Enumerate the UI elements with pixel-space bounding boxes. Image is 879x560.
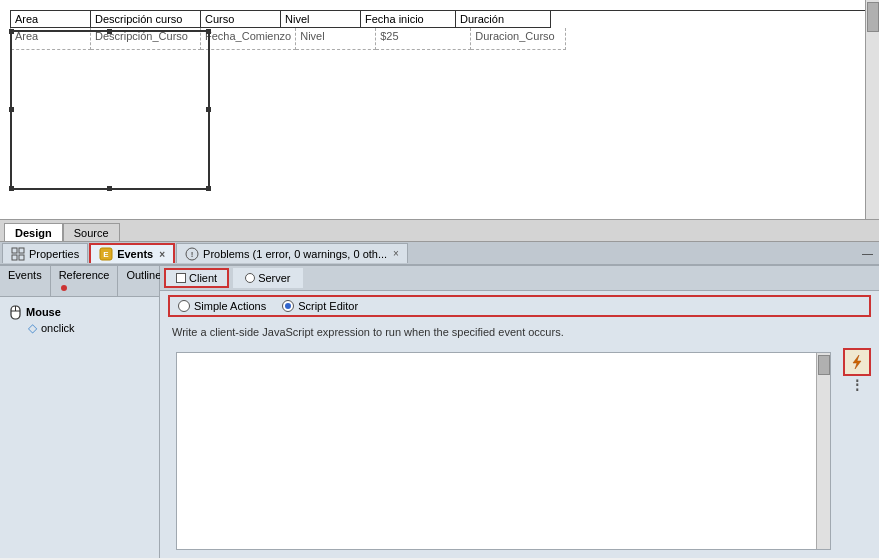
events-tree: Mouse ◇ onclick bbox=[0, 297, 159, 341]
svg-rect-0 bbox=[12, 248, 17, 253]
tab-problems-close[interactable]: × bbox=[393, 248, 399, 259]
radio-script-editor[interactable]: Script Editor bbox=[282, 300, 358, 312]
subtab-server-label: Server bbox=[258, 272, 290, 284]
tab-events[interactable]: E Events × bbox=[89, 243, 175, 263]
data-curso: Fecha_Comienzo bbox=[201, 28, 296, 50]
radio-simple-actions[interactable]: Simple Actions bbox=[178, 300, 266, 312]
subtab-client[interactable]: Client bbox=[164, 268, 229, 288]
toolbar-dots: ⋮ bbox=[850, 378, 864, 392]
radio-script-editor-label: Script Editor bbox=[298, 300, 358, 312]
tree-item-mouse[interactable]: Mouse bbox=[4, 303, 155, 321]
col-curso: Curso bbox=[201, 11, 281, 28]
table-data-row: Area Descripción_Curso Fecha_Comienzo Ni… bbox=[10, 28, 869, 50]
tab-events-close[interactable]: × bbox=[159, 249, 165, 260]
svg-rect-2 bbox=[12, 255, 17, 260]
right-content-panel: Client Server Simple Actions Script Ed bbox=[160, 266, 879, 558]
left-subtab-bar: Events Reference Outline bbox=[0, 266, 159, 297]
tree-item-onclick[interactable]: ◇ onclick bbox=[4, 321, 155, 335]
table-header-row: Area Descripción curso Curso Nivel Fecha… bbox=[10, 10, 869, 28]
view-tabs-bar: Design Source bbox=[0, 220, 879, 242]
data-descripcion: Descripción_Curso bbox=[91, 28, 201, 50]
editor-content-area[interactable] bbox=[177, 353, 816, 549]
col-descripcion: Descripción curso bbox=[91, 11, 201, 28]
server-radio-icon bbox=[245, 273, 255, 283]
client-checkbox-icon bbox=[176, 273, 186, 283]
svg-text:E: E bbox=[103, 250, 109, 259]
table-grid: Area Descripción curso Curso Nivel Fecha… bbox=[10, 10, 869, 209]
panels-container: Properties E Events × ! Problems (1 erro… bbox=[0, 242, 879, 558]
design-scrollbar[interactable] bbox=[865, 0, 879, 219]
radio-simple-actions-label: Simple Actions bbox=[194, 300, 266, 312]
events-panel-icon: E bbox=[99, 247, 113, 261]
tab-properties-label: Properties bbox=[29, 248, 79, 260]
side-toolbar: ⋮ bbox=[843, 348, 871, 554]
col-area: Area bbox=[11, 11, 91, 28]
col-nivel: Nivel bbox=[281, 11, 361, 28]
panel-tabs-more[interactable]: — bbox=[856, 245, 879, 261]
radio-options-container: Simple Actions Script Editor bbox=[168, 295, 871, 317]
svg-rect-3 bbox=[19, 255, 24, 260]
subtab-client-label: Client bbox=[189, 272, 217, 284]
radio-simple-actions-dot bbox=[178, 300, 190, 312]
col-duracion: Duración bbox=[456, 11, 551, 28]
data-fecha: $25 bbox=[376, 28, 471, 50]
panel-tabs-bar: Properties E Events × ! Problems (1 erro… bbox=[0, 242, 879, 266]
script-editor-wrapper: ⋮ bbox=[168, 348, 871, 554]
svg-text:!: ! bbox=[191, 250, 194, 259]
tab-problems[interactable]: ! Problems (1 error, 0 warnings, 0 oth..… bbox=[176, 243, 408, 263]
editor-scrollbar[interactable] bbox=[816, 353, 830, 549]
tree-mouse-label: Mouse bbox=[26, 306, 61, 318]
properties-icon bbox=[11, 247, 25, 261]
events-panel-content: Events Reference Outline bbox=[0, 266, 879, 558]
description-text: Write a client-side JavaScript expressio… bbox=[160, 321, 879, 344]
subtab-events[interactable]: Events bbox=[0, 266, 51, 296]
design-canvas: Area Descripción curso Curso Nivel Fecha… bbox=[0, 0, 879, 220]
tab-properties[interactable]: Properties bbox=[2, 243, 88, 263]
col-fecha: Fecha inicio bbox=[361, 11, 456, 28]
left-subtabs-panel: Events Reference Outline bbox=[0, 266, 160, 558]
problems-icon: ! bbox=[185, 247, 199, 261]
reference-dot bbox=[61, 285, 67, 291]
subtab-server[interactable]: Server bbox=[233, 268, 302, 288]
diamond-icon: ◇ bbox=[28, 321, 37, 335]
scrollbar-thumb[interactable] bbox=[867, 2, 879, 32]
svg-rect-1 bbox=[19, 248, 24, 253]
tree-onclick-label: onclick bbox=[41, 322, 75, 334]
radio-script-editor-dot bbox=[282, 300, 294, 312]
tab-problems-label: Problems (1 error, 0 warnings, 0 oth... bbox=[203, 248, 387, 260]
radio-options-group: Simple Actions Script Editor bbox=[168, 295, 871, 317]
tab-design[interactable]: Design bbox=[4, 223, 63, 241]
svg-marker-11 bbox=[853, 355, 861, 369]
tab-events-label: Events bbox=[117, 248, 153, 260]
editor-scroll-thumb[interactable] bbox=[818, 355, 830, 375]
mouse-icon bbox=[8, 305, 22, 319]
script-editor-button[interactable] bbox=[843, 348, 871, 376]
right-subtab-bar: Client Server bbox=[160, 266, 879, 291]
data-nivel: Nivel bbox=[296, 28, 376, 50]
subtab-reference[interactable]: Reference bbox=[51, 266, 119, 296]
data-area: Area bbox=[11, 28, 91, 50]
tab-source[interactable]: Source bbox=[63, 223, 120, 241]
script-editor[interactable] bbox=[176, 352, 831, 550]
data-duracion: Duracion_Curso bbox=[471, 28, 566, 50]
